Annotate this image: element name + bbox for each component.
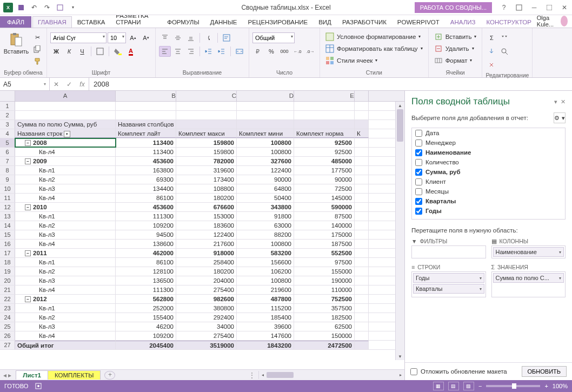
cell[interactable]: [355, 111, 369, 119]
row-header[interactable]: 13: [0, 212, 15, 221]
field-item[interactable]: Сумма, руб: [412, 167, 565, 177]
bold-button[interactable]: Ж: [50, 46, 62, 57]
cell[interactable]: Кв-л1: [15, 212, 116, 221]
zone-values[interactable]: ΣЗНАЧЕНИЯ Сумма по полю С...▾: [491, 263, 566, 297]
cell[interactable]: 100800: [237, 148, 294, 156]
cell[interactable]: Кв-л2: [15, 267, 116, 276]
number-format-select[interactable]: [252, 32, 295, 43]
tab-view[interactable]: ВИД: [313, 16, 337, 28]
format-painter-icon[interactable]: [31, 56, 43, 67]
redo-icon[interactable]: ↷: [42, 3, 52, 12]
cell[interactable]: [237, 120, 294, 129]
cell[interactable]: 676600: [176, 203, 237, 211]
wrap-text-icon[interactable]: [221, 32, 232, 43]
cell[interactable]: 46200: [116, 322, 176, 331]
cell[interactable]: 86100: [116, 194, 176, 202]
cell[interactable]: 150000: [294, 331, 355, 340]
cell[interactable]: Сумма по полю Сумма, руб: [15, 120, 116, 129]
chevron-down-icon[interactable]: ▾: [480, 276, 482, 281]
align-left-icon[interactable]: [159, 46, 171, 57]
cell[interactable]: Кв-л1: [15, 304, 116, 313]
col-header-C[interactable]: C: [176, 91, 237, 101]
decrease-indent-icon[interactable]: [203, 46, 215, 57]
fill-icon[interactable]: [485, 46, 497, 57]
cell[interactable]: 115200: [237, 304, 294, 313]
cell[interactable]: 177500: [294, 166, 355, 175]
cell[interactable]: 583200: [237, 249, 294, 257]
save-icon[interactable]: [16, 3, 26, 12]
sheet-nav[interactable]: ◂ ▸: [3, 371, 11, 379]
find-select-icon[interactable]: [498, 46, 510, 57]
zone-field-item[interactable]: Кварталы▾: [413, 284, 484, 294]
help-icon[interactable]: ?: [496, 1, 511, 14]
cell[interactable]: 185400: [237, 313, 294, 322]
cell[interactable]: 156600: [237, 258, 294, 267]
cell[interactable]: 182500: [294, 313, 355, 322]
cell[interactable]: 319600: [176, 166, 237, 175]
cell[interactable]: Кв-л1: [15, 166, 116, 175]
scroll-thumb[interactable]: [397, 109, 403, 142]
collapse-icon[interactable]: −: [25, 140, 31, 146]
cell[interactable]: [355, 276, 369, 285]
cell[interactable]: [355, 221, 369, 230]
orientation-icon[interactable]: ⤹: [203, 32, 215, 43]
font-color-icon[interactable]: А: [125, 46, 137, 57]
row-header[interactable]: 21: [0, 285, 15, 294]
cell[interactable]: [355, 148, 369, 156]
cell[interactable]: К: [355, 129, 369, 138]
cell[interactable]: 92500: [294, 138, 355, 147]
row-header[interactable]: 9: [0, 175, 15, 184]
cell[interactable]: −2012: [15, 295, 116, 303]
field-checkbox[interactable]: [415, 198, 422, 205]
cell[interactable]: 159800: [176, 138, 237, 147]
cell[interactable]: 982600: [176, 295, 237, 303]
cell[interactable]: 204000: [176, 276, 237, 285]
cell[interactable]: 180200: [176, 267, 237, 276]
cell[interactable]: [355, 184, 369, 193]
cell[interactable]: Комплект лайт: [116, 129, 176, 138]
cell[interactable]: [355, 313, 369, 322]
cell[interactable]: [116, 111, 176, 119]
cell[interactable]: Кв-л4: [15, 148, 116, 156]
cell[interactable]: Комплект норма: [294, 129, 355, 138]
row-header[interactable]: 26: [0, 331, 15, 340]
cell[interactable]: 357500: [294, 304, 355, 313]
cell[interactable]: 88200: [237, 230, 294, 239]
increase-indent-icon[interactable]: [216, 46, 228, 57]
field-checkbox[interactable]: [415, 159, 422, 166]
cell[interactable]: Комплект мини: [237, 129, 294, 138]
paste-button[interactable]: Вставить: [3, 30, 29, 57]
cell[interactable]: [355, 331, 369, 340]
format-as-table-button[interactable]: Форматировать как таблицу▾: [323, 43, 425, 54]
cell[interactable]: [355, 194, 369, 202]
ribbon-display-icon[interactable]: [511, 1, 527, 14]
decrease-decimal-icon[interactable]: .0→: [304, 46, 316, 57]
sheet-tab-komplekty[interactable]: КОМПЛЕКТЫ: [48, 370, 101, 380]
cell[interactable]: Кв-л4: [15, 240, 116, 248]
cell[interactable]: 110000: [294, 285, 355, 294]
cell[interactable]: 1843200: [237, 341, 294, 349]
cell[interactable]: [294, 111, 355, 119]
row-header[interactable]: 12: [0, 203, 15, 211]
cell[interactable]: 94500: [116, 230, 176, 239]
field-item[interactable]: Наименование: [412, 148, 565, 157]
cell[interactable]: Названия строк▾: [15, 129, 116, 138]
cell[interactable]: [355, 230, 369, 239]
cell[interactable]: [294, 120, 355, 129]
page-layout-view-icon[interactable]: ▤: [448, 382, 459, 390]
borders-icon[interactable]: [94, 46, 106, 57]
cell[interactable]: 109200: [116, 221, 176, 230]
row-header[interactable]: 15: [0, 230, 15, 239]
cell[interactable]: 327600: [237, 157, 294, 165]
collapse-icon[interactable]: −: [25, 158, 31, 164]
cell[interactable]: [355, 258, 369, 267]
name-box[interactable]: A5▾: [0, 78, 50, 90]
row-header[interactable]: 8: [0, 166, 15, 175]
row-header[interactable]: 20: [0, 276, 15, 285]
cell[interactable]: [294, 102, 355, 110]
zone-filters[interactable]: ▼ФИЛЬТРЫ: [411, 237, 486, 258]
cell[interactable]: [355, 267, 369, 276]
collapse-icon[interactable]: −: [25, 296, 31, 302]
cell[interactable]: 136500: [116, 276, 176, 285]
cell[interactable]: 155000: [294, 267, 355, 276]
